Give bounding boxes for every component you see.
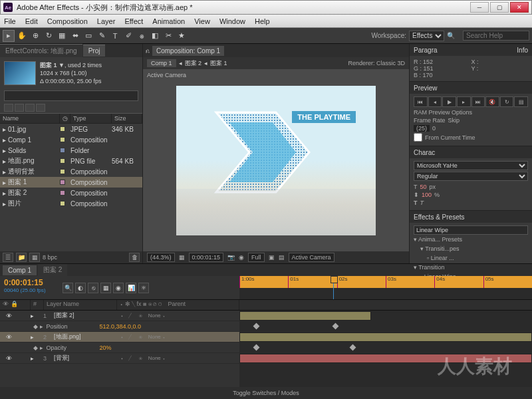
panbehind-tool-icon[interactable]: ⬌ (69, 30, 81, 42)
loop-icon[interactable]: ↻ (500, 96, 514, 107)
zoom-select[interactable]: (44.3%) (147, 253, 175, 262)
project-list[interactable]: ▸01.jpgJPEG346 KB▸Comp 1Composition▸Soli… (0, 124, 142, 251)
frameblend-icon[interactable]: ▦ (100, 283, 111, 293)
subcomp-tab-2[interactable]: 图案 1 (210, 59, 227, 68)
mute-icon[interactable]: 🔇 (485, 96, 499, 107)
list-item[interactable]: ▸图片Composition (0, 198, 142, 209)
time-ruler[interactable]: 1:00s01s 02s03s 04s05s (239, 276, 532, 288)
menu-file[interactable]: File (4, 17, 16, 25)
zoom-tool-icon[interactable]: ⊕ (29, 30, 41, 42)
puppet-tool-icon[interactable]: ★ (176, 30, 188, 42)
layer-row[interactable]: ◆ ▸ Position512.0,384.0,0.0 (0, 321, 239, 332)
selection-tool-icon[interactable]: ▸ (3, 30, 15, 42)
menu-layer[interactable]: Layer (97, 17, 116, 25)
list-item[interactable]: ▸图案 1Composition (0, 177, 142, 188)
rotate-tool-icon[interactable]: ↻ (43, 30, 55, 42)
list-item[interactable]: ▸透明背景Composition (0, 166, 142, 177)
ram-icon[interactable]: ▤ (514, 96, 528, 107)
new-comp-icon[interactable]: ▦ (29, 253, 40, 262)
list-item[interactable]: ▸Comp 1Composition (0, 134, 142, 145)
paragraph-tab[interactable]: Paragra (414, 47, 438, 54)
trash-icon[interactable]: 🗑 (129, 253, 140, 262)
interpret-icon[interactable]: ☰ (3, 253, 13, 262)
roto-tool-icon[interactable]: ✂ (162, 30, 174, 42)
brush-tool-icon[interactable]: ✐ (122, 30, 134, 42)
text-tool-icon[interactable]: T (109, 30, 121, 42)
list-item[interactable]: ▸01.jpgJPEG346 KB (0, 124, 142, 134)
shy-icon[interactable]: ⎋ (88, 283, 98, 293)
timeline-tracks[interactable] (239, 311, 532, 387)
play-icon[interactable]: ▶ (442, 96, 456, 107)
first-frame-icon[interactable]: ⏮ (414, 96, 428, 107)
eraser-tool-icon[interactable]: ◧ (149, 30, 161, 42)
last-frame-icon[interactable]: ⏭ (471, 96, 485, 107)
menu-animation[interactable]: Animation (152, 17, 185, 25)
grid-icon[interactable]: ▦ (179, 254, 185, 261)
roi-icon[interactable]: ▣ (269, 254, 275, 261)
menu-composition[interactable]: Composition (47, 17, 88, 25)
timeline-tab-1[interactable]: 图案 2 (38, 264, 67, 276)
layer-bar[interactable] (239, 332, 532, 342)
menu-view[interactable]: View (194, 17, 210, 25)
layer-list[interactable]: 👁▸1[图案 2]⬩ ╱ ◉ None ▾◆ ▸ Position512.0,3… (0, 311, 239, 387)
composition-viewer[interactable]: Active Camera THE PLAYTIME (143, 69, 409, 251)
close-button[interactable]: ✕ (510, 2, 529, 13)
bpc-label[interactable]: 8 bpc (43, 254, 57, 261)
effects-presets-tab[interactable]: Effects & Presets (410, 211, 532, 223)
toggle-switches-button[interactable]: Toggle Switches / Modes (0, 387, 532, 399)
transparency-icon[interactable]: ▤ (279, 254, 285, 261)
character-tab[interactable]: Charac (410, 146, 532, 158)
layer-bar[interactable] (239, 354, 532, 363)
menu-window[interactable]: Window (219, 17, 245, 25)
minimize-button[interactable]: ─ (470, 2, 489, 13)
list-item[interactable]: ▸地面.pngPNG file564 KB (0, 156, 142, 166)
search-layer-icon[interactable]: 🔍 (63, 283, 73, 293)
current-time-indicator[interactable] (333, 276, 334, 299)
motionblur-icon[interactable]: ◉ (113, 283, 124, 293)
project-filter-icons[interactable] (0, 102, 142, 113)
tab-effect-controls[interactable]: EffectControls: 地面.png (0, 44, 82, 58)
layer-row[interactable]: 👁▸3[背景]⬩ ╱ ◉ None ▾ (0, 353, 239, 364)
project-search-input[interactable] (4, 90, 138, 101)
layer-bar[interactable] (239, 311, 371, 321)
graph-icon[interactable]: 📊 (126, 283, 136, 293)
effects-search-input[interactable] (414, 225, 528, 235)
tab-project[interactable]: Proj (83, 45, 106, 57)
renderer-select[interactable]: Classic 3D (376, 60, 405, 66)
info-tab[interactable]: Info (517, 47, 528, 54)
resolution-select[interactable]: Full (248, 253, 265, 262)
font-select[interactable]: Microsoft YaHe (414, 161, 528, 170)
maximize-button[interactable]: ▢ (490, 2, 509, 13)
list-item[interactable]: ▸图案 2Composition (0, 188, 142, 198)
timeline-tab-0[interactable]: Comp 1 (3, 265, 37, 275)
list-item[interactable]: ▸SolidsFolder (0, 145, 142, 156)
snapshot-icon[interactable]: 📷 (227, 254, 235, 261)
preview-tab[interactable]: Preview (410, 82, 532, 94)
camera-select[interactable]: Active Camera (289, 253, 334, 262)
font-size-input[interactable]: 50 (420, 184, 427, 190)
tracking-input[interactable]: 100 (422, 192, 432, 198)
next-frame-icon[interactable]: ▸ (457, 96, 471, 107)
search-help-input[interactable] (463, 31, 529, 41)
mask-tool-icon[interactable]: ▭ (82, 30, 94, 42)
comp-tab[interactable]: Composition: Comp 1 (152, 46, 224, 56)
layer-row[interactable]: 👁▸2[地面.png]⬩ ╱ ◉ None ▾ (0, 332, 239, 342)
brainstorm-icon[interactable]: ⚛ (138, 283, 149, 293)
menu-help[interactable]: Help (255, 17, 270, 25)
subcomp-tab-1[interactable]: 图案 2 (185, 59, 202, 68)
time-display[interactable]: 0:00:01:15 (189, 253, 224, 262)
subcomp-tab-0[interactable]: Comp 1 (147, 59, 176, 67)
flowchart-icon[interactable]: ⎌ (146, 47, 150, 55)
skip-select[interactable]: 0 (432, 125, 436, 132)
layer-row[interactable]: ◆ ▸ Opacity20% (0, 342, 239, 353)
folder-icon[interactable]: 📁 (16, 253, 27, 262)
camera-tool-icon[interactable]: ▦ (56, 30, 68, 42)
workspace-select[interactable]: Effects (409, 31, 444, 41)
timecode-display[interactable]: 0:00:01:15 (4, 278, 56, 287)
comp-button-icon[interactable]: ◐ (75, 283, 86, 293)
pen-tool-icon[interactable]: ✎ (96, 30, 108, 42)
stamp-tool-icon[interactable]: ⎈ (136, 30, 148, 42)
from-current-checkbox[interactable] (414, 133, 422, 142)
layer-row[interactable]: 👁▸1[图案 2]⬩ ╱ ◉ None ▾ (0, 311, 239, 321)
menu-effect[interactable]: Effect (124, 17, 143, 25)
